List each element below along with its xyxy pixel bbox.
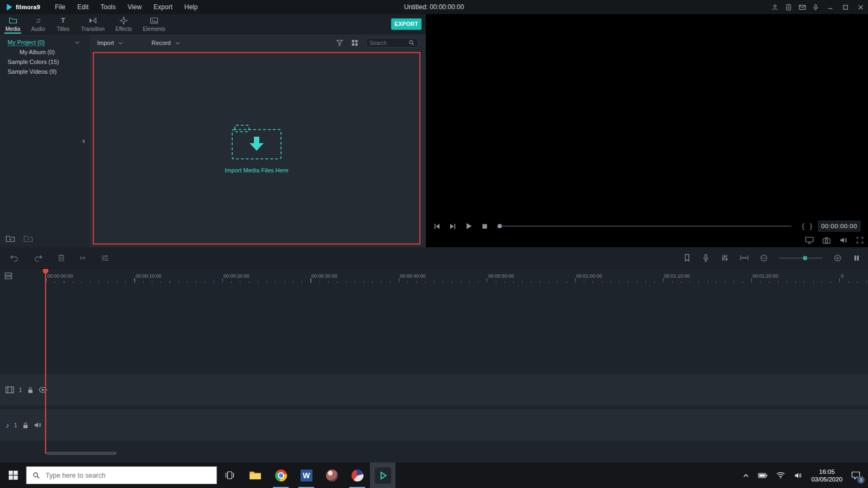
- menu-export[interactable]: Export: [148, 0, 178, 14]
- preview-quality-icon[interactable]: [805, 236, 814, 244]
- taskbar-search[interactable]: [26, 466, 217, 484]
- menu-view[interactable]: View: [122, 0, 148, 14]
- sidebar-item-sample-videos[interactable]: Sample Videos (9): [0, 67, 90, 76]
- record-dropdown[interactable]: Record: [151, 40, 180, 46]
- collapse-panel-icon[interactable]: [81, 138, 85, 144]
- audio-track-lane[interactable]: [0, 409, 868, 441]
- preview-volume-icon[interactable]: [839, 236, 847, 244]
- track-number: 1: [19, 387, 22, 393]
- word-button[interactable]: W: [293, 463, 319, 488]
- media-app-button[interactable]: [344, 463, 370, 488]
- fit-timeline-icon[interactable]: [740, 254, 749, 261]
- menu-tools[interactable]: Tools: [94, 0, 122, 14]
- menu-edit[interactable]: Edit: [72, 0, 95, 14]
- fullscreen-icon[interactable]: [856, 236, 864, 244]
- close-button[interactable]: [853, 0, 868, 14]
- paint-app-button[interactable]: [319, 463, 344, 488]
- tab-label: Effects: [116, 26, 132, 32]
- stop-button[interactable]: [481, 223, 488, 230]
- battery-icon[interactable]: [754, 463, 772, 488]
- mail-icon[interactable]: [795, 0, 809, 14]
- sidebar-item-my-album[interactable]: My Album (0): [0, 47, 90, 57]
- timeline-zoom-slider[interactable]: [779, 258, 822, 259]
- import-dropzone[interactable]: Import Media Files Here: [93, 52, 420, 245]
- zoom-out-icon[interactable]: [760, 254, 768, 262]
- search-icon[interactable]: [409, 40, 415, 46]
- next-frame-button[interactable]: [449, 223, 456, 230]
- account-icon[interactable]: [768, 0, 782, 14]
- video-track-icon: [5, 386, 14, 394]
- tab-transition[interactable]: Transition: [75, 14, 110, 34]
- taskbar-clock[interactable]: 16:05 03/05/2020: [807, 468, 847, 483]
- paint-app-icon: [326, 470, 338, 481]
- mic-icon[interactable]: [809, 0, 822, 14]
- chrome-button[interactable]: [268, 463, 293, 488]
- speaker-icon[interactable]: [34, 421, 42, 429]
- split-scissors-icon[interactable]: ✂: [80, 254, 86, 262]
- play-button[interactable]: [465, 222, 473, 230]
- action-center-button[interactable]: 3: [847, 463, 868, 488]
- zoom-slider-handle[interactable]: [803, 256, 807, 260]
- mark-out-button[interactable]: }: [807, 221, 815, 232]
- timeline-toolbar: ✂: [0, 247, 868, 269]
- export-button[interactable]: EXPORT: [391, 18, 422, 30]
- task-view-button[interactable]: [217, 463, 242, 488]
- add-folder-icon[interactable]: [5, 234, 15, 243]
- media-search-box[interactable]: [366, 38, 418, 48]
- tab-effects[interactable]: Effects: [110, 14, 137, 34]
- manage-tracks-icon[interactable]: [4, 272, 12, 280]
- sidebar-folder-actions: [5, 234, 33, 243]
- media-folder-icon: [9, 16, 17, 25]
- music-note-icon: ♪: [5, 421, 9, 429]
- delete-folder-icon[interactable]: [23, 234, 33, 243]
- menu-file[interactable]: File: [49, 0, 71, 14]
- media-search-input[interactable]: [369, 40, 409, 46]
- undo-icon[interactable]: [10, 254, 19, 262]
- track-size-icon[interactable]: [853, 254, 860, 262]
- marker-icon[interactable]: [684, 254, 691, 262]
- task-view-icon: [225, 471, 235, 480]
- filmora-taskbar-button[interactable]: [370, 463, 395, 488]
- redo-icon[interactable]: [34, 254, 43, 262]
- snapshot-icon[interactable]: [822, 237, 831, 244]
- mixer-icon[interactable]: [721, 254, 729, 262]
- tray-expand-icon[interactable]: [738, 463, 754, 488]
- minimize-button[interactable]: [822, 0, 838, 14]
- adjust-settings-icon[interactable]: [101, 254, 109, 262]
- grid-view-icon[interactable]: [351, 39, 359, 47]
- menubar: File Edit Tools View Export Help: [49, 0, 203, 14]
- tab-elements[interactable]: Elements: [137, 14, 171, 34]
- word-icon: W: [301, 470, 312, 481]
- playhead[interactable]: [45, 269, 46, 454]
- wifi-icon[interactable]: [772, 463, 789, 488]
- delete-icon[interactable]: [58, 254, 65, 262]
- start-button[interactable]: [0, 463, 26, 488]
- file-explorer-button[interactable]: [242, 463, 268, 488]
- taskbar-search-input[interactable]: [46, 472, 210, 479]
- previous-frame-button[interactable]: [433, 223, 441, 230]
- document-icon[interactable]: [782, 0, 795, 14]
- volume-icon[interactable]: [789, 463, 807, 488]
- tab-label: Transition: [81, 26, 105, 32]
- lock-icon[interactable]: [22, 422, 29, 429]
- timeline-scrollbar-thumb[interactable]: [46, 452, 117, 455]
- mark-in-button[interactable]: {: [799, 221, 807, 232]
- sidebar-item-sample-colors[interactable]: Sample Colors (15): [0, 57, 90, 67]
- file-explorer-icon: [249, 470, 261, 480]
- zoom-in-icon[interactable]: [834, 254, 841, 262]
- video-track-lane[interactable]: [0, 374, 868, 406]
- import-dropdown[interactable]: Import: [97, 40, 123, 46]
- maximize-button[interactable]: [838, 0, 853, 14]
- tab-media[interactable]: Media: [0, 14, 25, 34]
- seek-bar[interactable]: [498, 226, 792, 227]
- sidebar-item-my-project[interactable]: My Project (0): [0, 37, 90, 47]
- lock-icon[interactable]: [27, 387, 34, 394]
- tab-audio[interactable]: ♫ Audio: [25, 14, 50, 34]
- filter-icon[interactable]: [336, 39, 343, 47]
- tab-titles[interactable]: T Titles: [50, 14, 75, 34]
- chevron-down-icon[interactable]: [75, 41, 80, 44]
- seek-handle[interactable]: [497, 224, 502, 228]
- voiceover-mic-icon[interactable]: [702, 254, 710, 262]
- timeline-panel[interactable]: 00:00:00:00 00:00:10:00 00:00:20:00 00:0…: [0, 269, 868, 463]
- menu-help[interactable]: Help: [178, 0, 204, 14]
